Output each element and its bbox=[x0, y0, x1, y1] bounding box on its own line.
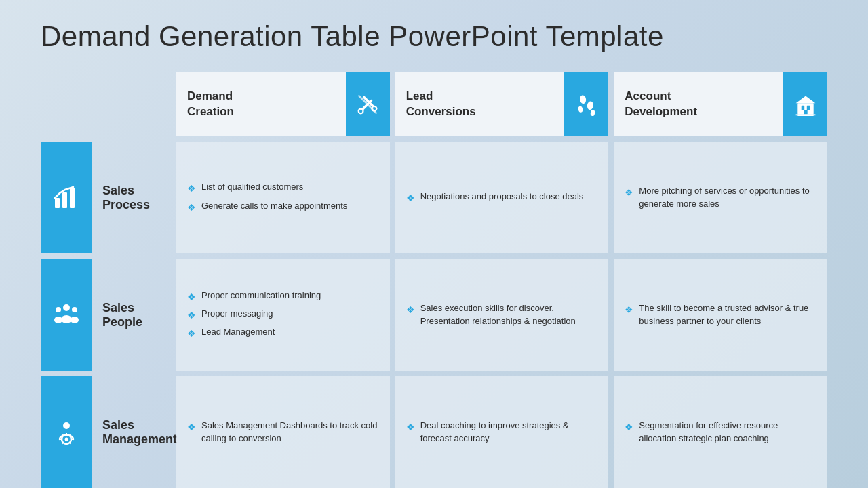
sales-process-label: Sales Process bbox=[92, 184, 176, 212]
sales-process-icon-box bbox=[41, 142, 92, 253]
svg-rect-34 bbox=[801, 105, 804, 110]
bullet-text: Deal coaching to improve strategies & fo… bbox=[420, 420, 598, 445]
svg-point-30 bbox=[590, 109, 595, 116]
bullet-diamond: ❖ bbox=[625, 420, 633, 434]
bullet-text: Segmentation for effective resource allo… bbox=[639, 420, 816, 445]
bullet-text: List of qualified customers bbox=[201, 181, 303, 194]
demand-creation-icon-box bbox=[346, 72, 390, 136]
col-header-account-development: Account Development bbox=[614, 72, 827, 136]
cell-demand-creation-sales-management: ❖ Sales Management Dashboards to track c… bbox=[176, 376, 390, 488]
bullet-item: ❖ Segmentation for effective resource al… bbox=[625, 420, 816, 445]
bullet-item: ❖ Generate calls to make appointments bbox=[187, 200, 379, 214]
main-container: Demand Generation Table PowerPoint Templ… bbox=[0, 0, 868, 488]
row-label-sales-people: Sales People bbox=[41, 259, 176, 371]
bullet-diamond: ❖ bbox=[187, 327, 196, 340]
svg-rect-2 bbox=[70, 188, 75, 208]
bullet-item: ❖ Sales execution skills for discover. P… bbox=[406, 302, 598, 328]
bullet-item: ❖ Negotiations and proposals to close de… bbox=[406, 190, 598, 205]
svg-rect-0 bbox=[55, 198, 60, 208]
gear-person-icon bbox=[53, 419, 80, 446]
svg-point-3 bbox=[63, 304, 70, 311]
svg-point-29 bbox=[578, 106, 583, 113]
chart-icon bbox=[53, 184, 80, 211]
bullet-text: The skill to become a trusted advisor & … bbox=[639, 302, 816, 328]
row-label-sales-management: Sales Management bbox=[41, 376, 176, 488]
svg-point-7 bbox=[72, 307, 77, 312]
svg-point-11 bbox=[64, 437, 68, 441]
svg-marker-33 bbox=[795, 96, 815, 103]
col-title-lead-conversions: Lead Conversions bbox=[406, 89, 476, 119]
main-table: Sales Process Sales People bbox=[41, 72, 827, 488]
column-demand-creation: Demand Creation bbox=[176, 72, 390, 488]
bullet-diamond: ❖ bbox=[625, 303, 633, 317]
data-columns: Demand Creation bbox=[176, 72, 827, 488]
bullet-diamond: ❖ bbox=[625, 186, 633, 199]
bullet-text: Lead Management bbox=[201, 326, 275, 339]
sales-people-icon-box bbox=[41, 259, 92, 371]
bullet-diamond: ❖ bbox=[187, 290, 196, 304]
bullet-item: ❖ More pitching of services or opportuni… bbox=[625, 185, 816, 211]
bullet-item: ❖ Deal coaching to improve strategies & … bbox=[406, 420, 598, 445]
col-title-demand-creation: Demand Creation bbox=[187, 89, 234, 119]
sales-management-icon-box bbox=[41, 376, 92, 488]
bullet-diamond: ❖ bbox=[406, 191, 415, 205]
cell-lead-conversions-sales-process: ❖ Negotiations and proposals to close de… bbox=[395, 142, 609, 253]
cell-lead-conversions-sales-people: ❖ Sales execution skills for discover. P… bbox=[395, 259, 609, 371]
page-title: Demand Generation Table PowerPoint Templ… bbox=[41, 20, 827, 53]
sales-management-label: Sales Management bbox=[92, 418, 177, 447]
column-account-development: Account Development bbox=[614, 72, 827, 488]
svg-point-4 bbox=[61, 315, 72, 323]
svg-point-9 bbox=[63, 422, 70, 429]
svg-point-6 bbox=[54, 317, 62, 323]
bullet-item: ❖ Proper messaging bbox=[187, 308, 379, 322]
cell-demand-creation-sales-people: ❖ Proper communication training ❖ Proper… bbox=[176, 259, 390, 371]
svg-point-5 bbox=[56, 307, 61, 312]
bullet-text: Proper messaging bbox=[201, 308, 273, 321]
svg-line-19 bbox=[62, 443, 63, 444]
bullet-diamond: ❖ bbox=[187, 308, 196, 322]
svg-rect-36 bbox=[804, 110, 807, 114]
svg-line-17 bbox=[70, 443, 71, 444]
col-header-lead-conversions: Lead Conversions bbox=[395, 72, 609, 136]
cell-lead-conversions-sales-management: ❖ Deal coaching to improve strategies & … bbox=[395, 376, 609, 488]
svg-point-27 bbox=[579, 94, 587, 104]
svg-rect-35 bbox=[806, 105, 810, 110]
bullet-text: Negotiations and proposals to close deal… bbox=[420, 190, 584, 203]
svg-point-28 bbox=[587, 100, 594, 110]
bullet-diamond: ❖ bbox=[187, 420, 196, 434]
bullet-diamond: ❖ bbox=[187, 182, 196, 195]
svg-rect-1 bbox=[62, 192, 67, 208]
bullet-text: Generate calls to make appointments bbox=[201, 200, 347, 213]
row-labels-column: Sales Process Sales People bbox=[41, 72, 176, 488]
footprints-icon bbox=[574, 92, 599, 117]
row-label-sales-process: Sales Process bbox=[41, 142, 176, 253]
cell-account-development-sales-people: ❖ The skill to become a trusted advisor … bbox=[614, 259, 827, 371]
bullet-item: ❖ Sales Management Dashboards to track c… bbox=[187, 420, 379, 445]
svg-point-22 bbox=[359, 109, 363, 113]
building-icon bbox=[793, 92, 818, 117]
lead-conversions-icon-box bbox=[564, 72, 608, 136]
bullet-item: ❖ Proper communication training bbox=[187, 289, 379, 304]
column-lead-conversions: Lead Conversions bbox=[395, 72, 609, 488]
bullet-text: Proper communication training bbox=[201, 289, 321, 302]
account-development-icon-box bbox=[783, 72, 827, 136]
cell-account-development-sales-management: ❖ Segmentation for effective resource al… bbox=[614, 376, 827, 488]
svg-line-16 bbox=[62, 434, 63, 436]
bullet-text: More pitching of services or opportuniti… bbox=[639, 185, 816, 211]
bullet-diamond: ❖ bbox=[406, 303, 415, 317]
bullet-item: ❖ List of qualified customers bbox=[187, 181, 379, 195]
people-icon bbox=[53, 302, 80, 329]
col-title-account-development: Account Development bbox=[625, 89, 697, 119]
bullet-diamond: ❖ bbox=[406, 420, 415, 434]
bullet-text: Sales Management Dashboards to track col… bbox=[201, 420, 379, 445]
bullet-diamond: ❖ bbox=[187, 201, 196, 214]
tools-icon bbox=[355, 92, 380, 117]
sales-people-label: Sales People bbox=[92, 301, 176, 329]
cell-demand-creation-sales-process: ❖ List of qualified customers ❖ Generate… bbox=[176, 142, 390, 253]
svg-line-18 bbox=[70, 434, 71, 436]
bullet-item: ❖ Lead Management bbox=[187, 326, 379, 340]
cell-account-development-sales-process: ❖ More pitching of services or opportuni… bbox=[614, 142, 827, 253]
col-header-demand-creation: Demand Creation bbox=[176, 72, 390, 136]
header-spacer bbox=[41, 72, 176, 136]
svg-point-8 bbox=[71, 317, 79, 323]
